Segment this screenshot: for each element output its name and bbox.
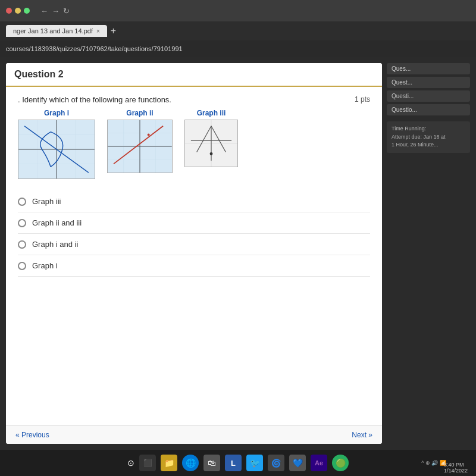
radio-4[interactable]	[18, 262, 26, 270]
url-bar[interactable]: courses/1183938/quizzes/7107962/take/que…	[0, 40, 476, 57]
choice-row-2[interactable]: Graph ii and iii	[18, 212, 370, 234]
answer-choices: Graph iii Graph ii and iii Graph i and i…	[18, 191, 370, 277]
attempt-label: Attempt due: Jan 16 at	[392, 133, 465, 142]
choice-text-1: Graph iii	[32, 197, 61, 206]
url-text: courses/1183938/quizzes/7107962/take/que…	[6, 45, 183, 52]
choice-text-4: Graph i	[32, 261, 58, 270]
taskbar-icon-word[interactable]: L	[225, 455, 242, 471]
graphs-row: Graph i	[18, 109, 370, 179]
graph-iii-label: Graph iii	[197, 109, 226, 117]
taskbar-icon-desktop[interactable]: ⬛	[139, 455, 156, 471]
question-header: Question 2	[6, 63, 382, 87]
question-text: . Identify which of the following are fu…	[18, 95, 349, 104]
points-badge: 1 pts	[355, 95, 370, 104]
graph-iii-svg	[185, 120, 237, 167]
next-button[interactable]: Next »	[352, 431, 372, 439]
svg-line-22	[211, 126, 226, 152]
radio-2[interactable]	[18, 219, 26, 227]
taskbar-icon-chrome[interactable]: 💙	[289, 455, 306, 471]
choice-text-2: Graph ii and iii	[32, 218, 82, 227]
tab-bar: nger Jan 13 and Jan 14.pdf × +	[0, 21, 476, 40]
sidebar-q1[interactable]: Ques...	[387, 63, 470, 74]
choice-row-4[interactable]: Graph i	[18, 255, 370, 277]
graph-ii-canvas	[107, 120, 173, 173]
taskbar-icon-edge[interactable]: 🌐	[182, 455, 199, 471]
svg-line-17	[114, 126, 163, 164]
taskbar-time: 8:40 PM 1/14/2022	[444, 462, 468, 474]
quiz-panel: Question 2 . Identify which of the follo…	[6, 63, 382, 444]
graph-ii-svg	[108, 120, 172, 173]
system-tray: ^ ⊕ 🔊 📶	[421, 460, 446, 466]
radio-3[interactable]	[18, 240, 26, 249]
graph-i-canvas	[18, 120, 95, 179]
graph-i-svg	[18, 120, 95, 178]
taskbar-icon-ae[interactable]: Ae	[311, 455, 327, 471]
browser-tab[interactable]: nger Jan 13 and Jan 14.pdf ×	[6, 25, 107, 37]
graph-i-label: Graph i	[44, 109, 69, 117]
screen-area: Question 2 . Identify which of the follo…	[0, 57, 476, 450]
taskbar-icon-store[interactable]: 🛍	[203, 455, 220, 471]
graph-iii-item: Graph iii	[184, 109, 238, 167]
svg-line-21	[197, 126, 211, 152]
taskbar-icon-twitter[interactable]: 🐦	[246, 455, 263, 471]
quiz-nav: « Previous Next »	[6, 425, 382, 444]
graph-iii-canvas	[184, 120, 238, 167]
prev-button[interactable]: « Previous	[15, 431, 49, 439]
tab-close-icon[interactable]: ×	[96, 28, 100, 35]
taskbar-icon-explorer[interactable]: 📁	[161, 455, 177, 471]
graph-ii-label: Graph ii	[126, 109, 153, 117]
graph-i-item: Graph i	[18, 109, 95, 179]
radio-1[interactable]	[18, 198, 26, 206]
browser-bar: ← → ↻	[0, 0, 476, 21]
taskbar-icon-start[interactable]: ⊙	[127, 458, 134, 468]
time-left: 1 Hour, 26 Minute...	[392, 141, 465, 149]
svg-point-18	[148, 133, 150, 136]
question-title: Question 2	[14, 69, 374, 80]
sidebar-q2[interactable]: Quest...	[387, 77, 470, 88]
tab-label: nger Jan 13 and Jan 14.pdf	[13, 27, 93, 35]
side-panel: Ques... Quest... Questi... Questio... Ti…	[387, 63, 470, 444]
choice-text-3: Graph i and ii	[32, 240, 78, 249]
taskbar: ⊙ ⬛ 📁 🌐 🛍 L 🐦 🌀 💙 Ae 🟢 ^ ⊕ 🔊 📶 8:40 PM 1…	[0, 450, 476, 476]
taskbar-icon-app1[interactable]: 🌀	[268, 455, 284, 471]
timer-info: Time Running: Attempt due: Jan 16 at 1 H…	[387, 121, 470, 153]
question-body: . Identify which of the following are fu…	[6, 87, 382, 425]
taskbar-icon-green[interactable]: 🟢	[332, 455, 349, 471]
new-tab-button[interactable]: +	[111, 26, 116, 36]
graph-ii-item: Graph ii	[107, 109, 173, 173]
sidebar-q3[interactable]: Questi...	[387, 90, 470, 102]
timer-label: Time Running:	[392, 125, 465, 133]
sidebar-q4[interactable]: Questio...	[387, 104, 470, 115]
choice-row-1[interactable]: Graph iii	[18, 191, 370, 212]
question-meta: . Identify which of the following are fu…	[18, 95, 370, 104]
choice-row-3[interactable]: Graph i and ii	[18, 234, 370, 255]
svg-point-25	[210, 152, 213, 155]
